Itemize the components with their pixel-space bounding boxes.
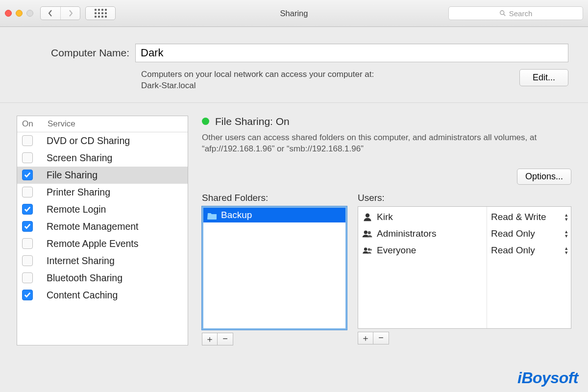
service-name: Bluetooth Sharing (47, 272, 122, 284)
service-row[interactable]: Bluetooth Sharing (17, 270, 188, 287)
forward-button[interactable] (60, 7, 80, 20)
service-checkbox[interactable] (22, 221, 33, 232)
nav-back-forward (40, 6, 80, 20)
remove-shared-folder-button[interactable]: − (218, 333, 233, 345)
service-name: File Sharing (47, 170, 98, 181)
status-indicator-icon (202, 118, 209, 125)
add-user-button[interactable]: ＋ (358, 332, 373, 344)
computer-name-description: Computers on your local network can acce… (141, 69, 519, 92)
service-detail: File Sharing: On Other users can access … (202, 116, 571, 345)
remove-user-button[interactable]: − (373, 332, 389, 344)
column-header-service: Service (48, 119, 75, 129)
show-all-prefs-button[interactable] (85, 6, 116, 20)
permission-value: Read Only (491, 245, 535, 256)
service-name: Remote Management (47, 221, 139, 232)
stepper-icon: ▴▾ (565, 246, 568, 254)
stepper-icon: ▴▾ (565, 213, 568, 221)
add-shared-folder-button[interactable]: ＋ (202, 333, 218, 345)
permission-value: Read Only (491, 228, 535, 239)
shared-folders-column: Shared Folders: Backup ＋ − (202, 193, 347, 345)
user-row[interactable]: Administrators (358, 225, 487, 242)
window-controls (5, 10, 33, 17)
service-checkbox[interactable] (22, 290, 33, 300)
user-icon (362, 229, 373, 239)
status-description: Other users can access shared folders on… (202, 132, 571, 155)
stepper-icon: ▴▾ (565, 229, 568, 238)
permission-select[interactable]: Read & Write▴▾ (487, 209, 571, 225)
service-row[interactable]: Content Caching (17, 287, 188, 304)
service-name: Remote Login (47, 204, 106, 215)
search-placeholder: Search (509, 9, 533, 18)
watermark: iBoysoft (517, 369, 578, 387)
shared-folders-list[interactable]: Backup (202, 206, 347, 330)
service-row[interactable]: Internet Sharing (17, 252, 188, 270)
close-window-button[interactable] (5, 10, 12, 17)
main-area: On Service DVD or CD SharingScreen Shari… (0, 103, 588, 353)
permission-select[interactable]: Read Only▴▾ (487, 225, 571, 242)
service-row[interactable]: Remote Management (17, 218, 188, 235)
service-checkbox[interactable] (22, 204, 33, 215)
service-name: Screen Sharing (47, 152, 112, 164)
services-header: On Service (17, 116, 188, 132)
service-name: Printer Sharing (47, 187, 110, 198)
service-name: DVD or CD Sharing (47, 135, 130, 147)
status-line: File Sharing: On (202, 116, 571, 127)
user-row[interactable]: Kirk (358, 209, 487, 225)
service-checkbox[interactable] (22, 272, 33, 283)
column-header-on: On (22, 119, 48, 129)
computer-name-label: Computer Name: (20, 47, 135, 59)
service-name: Internet Sharing (47, 255, 115, 267)
service-checkbox[interactable] (22, 135, 33, 146)
service-checkbox[interactable] (22, 238, 33, 249)
service-row[interactable]: Screen Sharing (17, 149, 188, 167)
permission-value: Read & Write (491, 212, 546, 222)
service-row[interactable]: Remote Apple Events (17, 235, 188, 252)
titlebar: Sharing Search (0, 0, 588, 27)
users-label: Users: (358, 193, 571, 203)
shared-folders-label: Shared Folders: (202, 193, 347, 203)
search-icon (499, 10, 506, 17)
service-checkbox[interactable] (22, 152, 33, 163)
service-row[interactable]: File Sharing (17, 167, 188, 184)
svg-point-0 (500, 11, 504, 15)
edit-hostname-button[interactable]: Edit... (519, 69, 568, 86)
computer-name-section: Computer Name: Computers on your local n… (0, 27, 588, 103)
status-title: File Sharing: On (215, 116, 290, 127)
user-row[interactable]: Everyone (358, 242, 487, 259)
search-input[interactable]: Search (448, 6, 583, 20)
users-list[interactable]: KirkAdministratorsEveryone Read & Write▴… (358, 206, 571, 329)
back-button[interactable] (41, 7, 60, 20)
service-row[interactable]: DVD or CD Sharing (17, 132, 188, 149)
minimize-window-button[interactable] (16, 10, 23, 17)
svg-line-1 (503, 14, 505, 16)
folder-icon (207, 211, 217, 219)
permission-select[interactable]: Read Only▴▾ (487, 242, 571, 259)
service-checkbox[interactable] (22, 170, 33, 180)
fullscreen-window-button[interactable] (26, 10, 33, 17)
shared-folder-row[interactable]: Backup (203, 208, 345, 222)
user-name: Everyone (377, 245, 416, 256)
grid-icon (95, 9, 107, 18)
service-name: Remote Apple Events (47, 238, 139, 249)
service-row[interactable]: Printer Sharing (17, 184, 188, 201)
services-list[interactable]: On Service DVD or CD SharingScreen Shari… (17, 116, 188, 345)
service-checkbox[interactable] (22, 255, 33, 266)
users-column: Users: KirkAdministratorsEveryone Read &… (358, 193, 571, 344)
service-checkbox[interactable] (22, 187, 33, 197)
service-row[interactable]: Remote Login (17, 201, 188, 218)
user-icon (362, 212, 373, 222)
service-name: Content Caching (47, 290, 118, 301)
options-button[interactable]: Options... (517, 169, 571, 185)
shared-folder-name: Backup (221, 210, 252, 220)
user-name: Kirk (377, 212, 393, 222)
user-icon (362, 245, 373, 255)
computer-name-input[interactable] (135, 44, 568, 62)
user-name: Administrators (377, 228, 436, 239)
